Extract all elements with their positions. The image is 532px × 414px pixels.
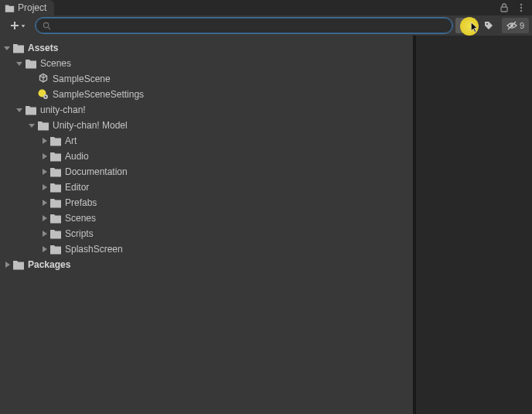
tree-row-splashscreen[interactable]: SplashScreen	[0, 241, 413, 257]
folder-icon	[49, 166, 62, 178]
tree-row-scenes2[interactable]: Scenes	[0, 210, 413, 226]
folder-icon	[49, 197, 62, 209]
type-filter-icon	[460, 20, 471, 31]
tree-label: Packages	[28, 259, 70, 270]
folder-icon	[49, 181, 62, 193]
tab-title: Project	[18, 2, 46, 13]
foldout-down-icon[interactable]	[27, 121, 36, 130]
lock-icon	[499, 2, 510, 13]
tree-row-prefabs[interactable]: Prefabs	[0, 195, 413, 210]
foldout-right-icon[interactable]	[39, 183, 49, 192]
tree-label: Assets	[28, 43, 58, 53]
tree-row-editor[interactable]: Editor	[0, 180, 413, 195]
hidden-count: 9	[520, 21, 524, 30]
tree-label: Audio	[65, 151, 89, 162]
tree-label: SampleSceneSettings	[53, 89, 144, 100]
unity-icon	[37, 73, 49, 85]
chevron-down-icon	[20, 22, 26, 29]
search-input[interactable]	[56, 20, 445, 31]
preview-panel	[416, 36, 532, 414]
foldout-right-icon[interactable]	[39, 167, 49, 176]
foldout-right-icon[interactable]	[2, 260, 12, 269]
tree-row-assets[interactable]: Assets	[0, 40, 413, 56]
tree-label: SplashScreen	[65, 244, 123, 255]
folder-icon	[49, 150, 62, 163]
project-window: Project 9	[0, 0, 532, 414]
search-field	[36, 18, 452, 33]
foldout-right-icon[interactable]	[39, 152, 49, 161]
create-button[interactable]	[3, 18, 32, 33]
folder-icon	[25, 104, 37, 116]
tab-strip: Project	[0, 0, 532, 15]
tree-label: Unity-chan! Model	[53, 120, 128, 131]
foldout-right-icon[interactable]	[39, 136, 49, 145]
project-tree[interactable]: Assets Scenes SampleScene SampleSceneSet…	[0, 36, 413, 414]
folder-icon	[49, 228, 62, 240]
folder-icon	[49, 212, 62, 224]
tree-label: unity-chan!	[40, 104, 86, 115]
tree-row-samplescenesettings[interactable]: SampleSceneSettings	[0, 87, 413, 102]
options-button[interactable]	[513, 0, 529, 15]
lock-button[interactable]	[496, 0, 512, 15]
tree-label: SampleScene	[53, 74, 111, 84]
foldout-right-icon[interactable]	[39, 229, 49, 238]
folder-icon	[12, 258, 25, 271]
foldout-right-icon[interactable]	[39, 198, 49, 207]
tree-row-documentation[interactable]: Documentation	[0, 164, 413, 180]
tag-icon	[483, 20, 494, 31]
tree-row-audio[interactable]: Audio	[0, 149, 413, 164]
tree-row-art[interactable]: Art	[0, 133, 413, 149]
tree-label: Editor	[65, 182, 89, 193]
search-icon	[43, 22, 51, 30]
foldout-right-icon[interactable]	[39, 245, 49, 254]
tree-label: Scenes	[65, 213, 96, 224]
tree-label: Scripts	[65, 228, 94, 239]
foldout-down-icon[interactable]	[15, 105, 24, 115]
toolbar: 9	[0, 15, 532, 36]
filter-by-label-button[interactable]	[479, 18, 499, 33]
hidden-items-button[interactable]: 9	[502, 18, 529, 33]
foldout-right-icon[interactable]	[39, 214, 49, 223]
project-tab[interactable]: Project	[0, 0, 54, 15]
filter-by-type-button[interactable]	[455, 18, 476, 33]
folder-icon	[37, 119, 49, 132]
tree-label: Scenes	[40, 58, 71, 69]
foldout-down-icon[interactable]	[15, 59, 24, 68]
tree-row-unitychanmodel[interactable]: Unity-chan! Model	[0, 118, 413, 133]
tree-label: Prefabs	[65, 197, 97, 208]
tree-row-packages[interactable]: Packages	[0, 257, 413, 272]
tree-label: Art	[65, 135, 77, 146]
folder-icon	[49, 135, 62, 147]
tree-row-scripts[interactable]: Scripts	[0, 226, 413, 241]
settings-icon	[37, 88, 49, 101]
kebab-icon	[516, 2, 527, 13]
tree-row-samplescene[interactable]: SampleScene	[0, 71, 413, 87]
foldout-down-icon[interactable]	[2, 43, 12, 53]
folder-icon	[5, 3, 15, 13]
folder-icon	[49, 243, 62, 255]
folder-icon	[25, 57, 37, 70]
tree-label: Documentation	[65, 166, 128, 177]
plus-icon	[10, 21, 19, 30]
tree-row-scenes[interactable]: Scenes	[0, 56, 413, 71]
tree-row-unitychan[interactable]: unity-chan!	[0, 102, 413, 118]
hidden-icon	[506, 20, 517, 31]
folder-icon	[12, 42, 25, 54]
